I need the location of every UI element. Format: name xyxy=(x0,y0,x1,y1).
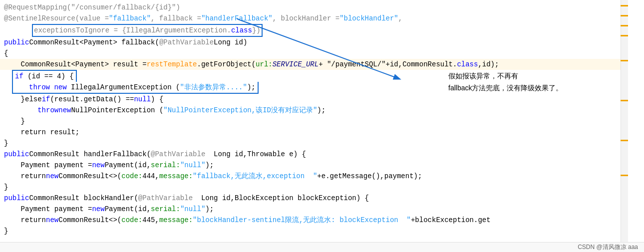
footer-text: CSDN @清风微凉 aaa xyxy=(578,243,638,252)
code-line-20: return new CommonResult<>( code: 445, me… xyxy=(0,215,628,226)
code-line-21: } xyxy=(0,226,628,237)
bottom-bar: CSDN @清风微凉 aaa xyxy=(0,242,644,252)
code-line-12: return result; xyxy=(0,127,628,138)
scrollbar-marker-8 xyxy=(621,175,628,176)
code-line-10: throw new NullPointerException ("NullPoi… xyxy=(0,105,628,116)
code-line-2: @SentinelResource(value = "fallback", fa… xyxy=(0,13,628,24)
if-block-box-top: if (id == 4) { xyxy=(12,70,77,82)
annotation-line1: 假如报该异常，不再有 xyxy=(448,70,608,82)
code-line-14: public CommonResult handlerFallback(@Pat… xyxy=(0,149,628,160)
code-line-9: }else if (result.getData() == null) { xyxy=(0,94,628,105)
code-line-1: @RequestMapping("/consumer/fallback/{id}… xyxy=(0,2,628,13)
code-line-11: } xyxy=(0,116,628,127)
code-line-6: CommonResult<Payment> result = restTempl… xyxy=(0,59,628,70)
sentinel-resource-annotation: @SentinelResource(value = xyxy=(4,13,109,24)
code-line-5: { xyxy=(0,48,628,59)
code-line-15: Payment payment = new Payment(id, serial… xyxy=(0,160,628,171)
scrollbar-marker-1 xyxy=(621,5,628,6)
code-line-19: Payment payment = new Payment(id, serial… xyxy=(0,204,628,215)
code-line-18: public CommonResult blockHandler(@PathVa… xyxy=(0,193,628,204)
scrollbar-marker-5 xyxy=(621,60,628,61)
annotation-span: @RequestMapping("/consumer/fallback/{id}… xyxy=(4,2,180,13)
code-line-13: } xyxy=(0,138,628,149)
exceptions-to-ignore-box: exceptionsToIgnore = {IllegalArgumentExc… xyxy=(32,24,263,37)
fallback-string: "fallback" xyxy=(109,13,151,24)
scrollbar-marker-2 xyxy=(621,15,628,16)
scrollbar-marker-3 xyxy=(621,25,628,26)
if-block-box-bottom: throw new IllegalArgumentException ("非法参… xyxy=(12,82,259,94)
scrollbar-marker-6 xyxy=(621,100,628,101)
code-line-17: } xyxy=(0,182,628,193)
scrollbar-marker-4 xyxy=(621,35,628,36)
code-line-16: return new CommonResult<>( code: 444, me… xyxy=(0,171,628,182)
scrollbar-marker-7 xyxy=(621,140,628,141)
scrollbar-track[interactable] xyxy=(621,0,628,242)
code-line-3: exceptionsToIgnore = {IllegalArgumentExc… xyxy=(0,24,628,37)
code-container: @RequestMapping("/consumer/fallback/{id}… xyxy=(0,0,628,242)
annotation-line2: fallback方法兜底，没有降级效果了。 xyxy=(448,82,608,94)
annotation-area: 假如报该异常，不再有 fallback方法兜底，没有降级效果了。 xyxy=(448,70,608,94)
code-line-4: public CommonResult<Payment> fallback(@P… xyxy=(0,37,628,48)
